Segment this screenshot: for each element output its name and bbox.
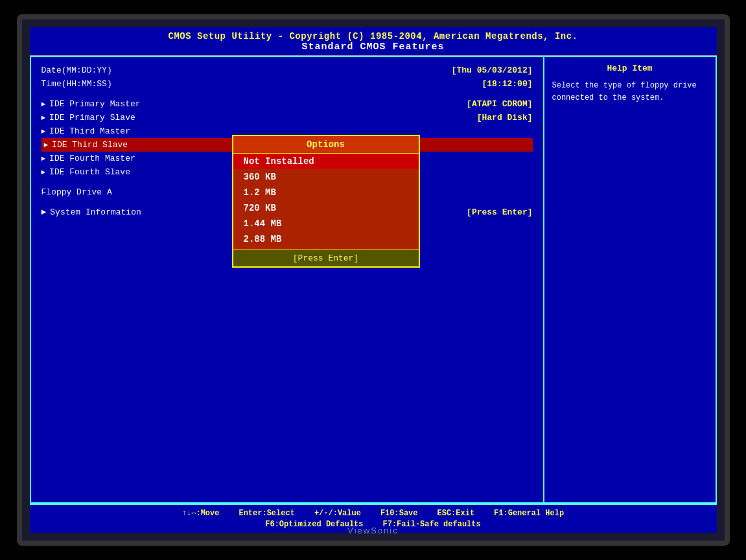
option-1-44mb[interactable]: 1.44 MB xyxy=(233,216,419,231)
ide-third-slave-label: ► IDE Third Slave xyxy=(44,140,128,150)
footer-exit: ESC:Exit xyxy=(437,509,475,518)
time-row: Time(HH:MM:SS) [18:12:00] xyxy=(41,77,533,91)
option-not-installed[interactable]: Not Installed xyxy=(233,154,419,169)
arrow-icon: ► xyxy=(41,100,46,108)
press-enter: [Press Enter] xyxy=(233,250,419,266)
footer-row1: ↑↓↔:Move Enter:Select +/-/:Value F10:Sav… xyxy=(182,509,564,518)
monitor-outer: CMOS Setup Utility - Copyright (C) 1985-… xyxy=(17,14,730,546)
footer-value: +/-/:Value xyxy=(314,509,361,518)
ide-primary-slave-label: ► IDE Primary Slave xyxy=(41,113,135,122)
ide-primary-slave-value: [Hard Disk] xyxy=(477,113,533,122)
footer-save: F10:Save xyxy=(380,509,418,518)
header-line2: Standard CMOS Features xyxy=(32,41,714,52)
header-line1: CMOS Setup Utility - Copyright (C) 1985-… xyxy=(32,31,714,41)
ide-primary-master-row[interactable]: ► IDE Primary Master [ATAPI CDROM] xyxy=(41,97,533,111)
ide-third-master-label: ► IDE Third Master xyxy=(41,126,130,136)
footer-select: Enter:Select xyxy=(239,509,294,518)
option-360kb[interactable]: 360 KB xyxy=(233,169,419,185)
option-1-2mb[interactable]: 1.2 MB xyxy=(233,185,419,200)
floppy-label: Floppy Drive A xyxy=(41,187,112,197)
time-label: Time(HH:MM:SS) xyxy=(41,79,171,89)
options-title: Options xyxy=(233,136,419,154)
date-label: Date(MM:DD:YY) xyxy=(41,65,171,75)
bios-header: CMOS Setup Utility - Copyright (C) 1985-… xyxy=(30,27,717,56)
arrow-icon: ► xyxy=(44,141,49,149)
option-2-88mb[interactable]: 2.88 MB xyxy=(233,231,419,247)
help-text: Select the type of floppy drive connecte… xyxy=(552,80,708,104)
footer-help: F1:General Help xyxy=(494,509,564,518)
bios-main: Date(MM:DD:YY) [Thu 05/03/2012] Time(HH:… xyxy=(30,56,717,504)
ide-fourth-master-label: ► IDE Fourth Master xyxy=(41,154,135,163)
arrow-icon: ► xyxy=(41,155,46,163)
help-title: Help Item xyxy=(552,64,708,73)
divider1 xyxy=(41,91,533,97)
ide-primary-master-label: ► IDE Primary Master xyxy=(41,99,141,109)
ide-fourth-slave-label: ► IDE Fourth Slave xyxy=(41,167,130,177)
ide-primary-slave-row[interactable]: ► IDE Primary Slave [Hard Disk] xyxy=(41,111,533,124)
bios-right-panel: Help Item Select the type of floppy driv… xyxy=(544,57,716,502)
arrow-icon: ► xyxy=(41,207,47,217)
arrow-icon: ► xyxy=(41,169,46,176)
option-720kb[interactable]: 720 KB xyxy=(233,200,419,216)
footer-move: ↑↓↔:Move xyxy=(182,509,220,518)
arrow-icon: ► xyxy=(41,114,46,122)
date-row: Date(MM:DD:YY) [Thu 05/03/2012] xyxy=(41,64,533,77)
system-info-label: System Information xyxy=(50,207,141,217)
arrow-icon: ► xyxy=(41,128,46,135)
brand-label: ViewSonic xyxy=(347,526,398,535)
time-value[interactable]: [18:12:00] xyxy=(482,79,532,89)
date-value[interactable]: [Thu 05/03/2012] xyxy=(452,65,533,75)
bios-screen: CMOS Setup Utility - Copyright (C) 1985-… xyxy=(30,27,717,533)
options-popup: Options Not Installed 360 KB 1.2 MB 720 … xyxy=(232,135,420,268)
ide-primary-master-value: [ATAPI CDROM] xyxy=(467,99,532,109)
system-info-value: [Press Enter] xyxy=(467,207,532,217)
bios-left-panel: Date(MM:DD:YY) [Thu 05/03/2012] Time(HH:… xyxy=(31,57,544,502)
